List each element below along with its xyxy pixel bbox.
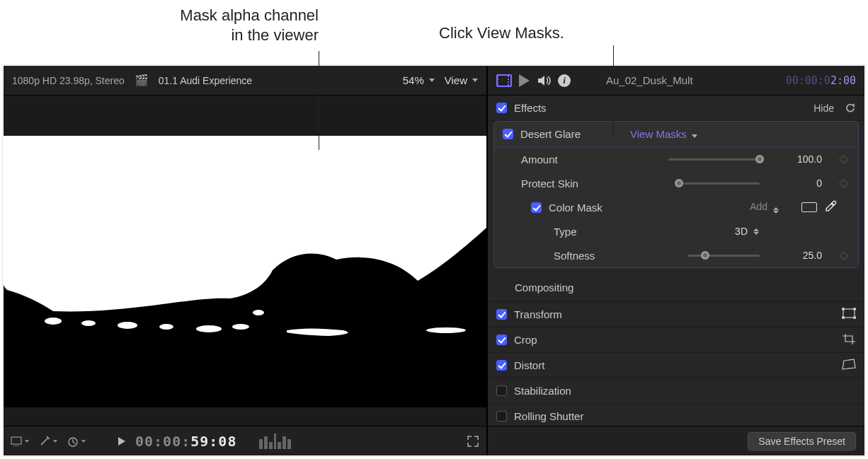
desert-glare-effect: Desert Glare View Masks Amount 100.0 Pro… <box>493 121 859 268</box>
view-dropdown[interactable]: View <box>445 74 478 86</box>
distort-label: Distort <box>514 359 544 371</box>
crop-onscreen-button[interactable] <box>842 333 856 347</box>
protect-skin-slider[interactable] <box>679 182 760 185</box>
transform-enable-checkbox[interactable] <box>496 309 507 320</box>
crop-row[interactable]: Crop <box>488 327 864 353</box>
rolling-shutter-row[interactable]: Rolling Shutter <box>488 404 864 426</box>
effects-header-row: Effects Hide <box>488 95 864 121</box>
type-popup[interactable]: 3D <box>716 226 759 237</box>
svg-rect-9 <box>11 437 21 444</box>
viewer-format-label: 1080p HD 23.98p, Stereo <box>12 75 125 86</box>
inspector-clip-timecode: 00:00:02:00 <box>786 74 856 87</box>
amount-slider[interactable] <box>668 158 760 161</box>
inspector-tabs: i Au_02_Dusk_Mult 00:00:02:00 <box>488 66 864 95</box>
color-inspector-tab[interactable] <box>519 74 530 87</box>
svg-point-5 <box>196 325 222 332</box>
color-mask-enable-checkbox[interactable] <box>531 202 542 213</box>
eyedropper-button[interactable] <box>824 200 837 215</box>
play-button[interactable] <box>118 437 125 446</box>
desert-glare-header: Desert Glare View Masks <box>494 122 858 147</box>
mask-shape-icon[interactable] <box>801 202 817 212</box>
distort-onscreen-button[interactable] <box>842 359 856 372</box>
zoom-dropdown[interactable]: 54% <box>403 74 435 86</box>
svg-point-8 <box>426 327 466 333</box>
annotation-left-line2: in the viewer <box>28 25 319 45</box>
color-mask-label: Color Mask <box>549 202 603 214</box>
svg-point-13 <box>843 308 845 310</box>
rolling-shutter-label: Rolling Shutter <box>514 410 583 422</box>
inspector-clip-name: Au_02_Dusk_Mult <box>606 74 693 86</box>
svg-point-3 <box>118 322 137 329</box>
save-effects-preset-button[interactable]: Save Effects Preset <box>748 432 856 451</box>
stabilization-enable-checkbox[interactable] <box>496 385 507 396</box>
type-label: Type <box>554 226 577 238</box>
inspector-footer: Save Effects Preset <box>488 426 864 455</box>
timecode-bright: 59:08 <box>190 433 236 450</box>
type-row: Type 3D <box>494 219 858 243</box>
svg-point-16 <box>854 317 856 319</box>
transform-tool-dropdown[interactable] <box>11 436 29 446</box>
compositing-label: Compositing <box>515 281 573 294</box>
view-masks-dropdown[interactable]: View Masks <box>630 128 697 140</box>
svg-point-1 <box>45 318 62 325</box>
effects-header-label: Effects <box>514 102 547 114</box>
timecode-dim: 00:00: <box>135 433 190 450</box>
stabilization-row[interactable]: Stabilization <box>488 378 864 404</box>
transform-onscreen-button[interactable] <box>842 308 856 321</box>
distort-row[interactable]: Distort <box>488 353 864 378</box>
retime-tool-dropdown[interactable] <box>67 436 86 447</box>
inspector-body[interactable]: Effects Hide Desert Glare View Masks <box>488 95 864 426</box>
softness-row: Softness 25.0 <box>494 243 858 267</box>
amount-value[interactable]: 100.0 <box>772 153 822 165</box>
protect-skin-value[interactable]: 0 <box>772 178 822 189</box>
distort-enable-checkbox[interactable] <box>496 360 507 371</box>
svg-point-14 <box>854 308 856 310</box>
softness-value[interactable]: 25.0 <box>772 250 822 261</box>
fullscreen-button[interactable] <box>467 435 479 448</box>
effects-hide-button[interactable]: Hide <box>813 103 834 114</box>
softness-label: Softness <box>554 250 595 262</box>
inspector-panel: i Au_02_Dusk_Mult 00:00:02:00 Effects Hi… <box>488 66 864 455</box>
info-inspector-tab[interactable]: i <box>558 74 571 87</box>
annotation-left-line1: Mask alpha channel <box>28 6 319 25</box>
viewer-toolbar: 1080p HD 23.98p, Stereo 🎬 01.1 Audi Expe… <box>4 66 486 95</box>
color-mask-add-button[interactable]: Add <box>750 201 779 214</box>
color-mask-row: Color Mask Add <box>494 195 858 219</box>
protect-skin-label: Protect Skin <box>521 178 578 190</box>
svg-point-15 <box>843 317 845 319</box>
svg-point-4 <box>159 324 173 330</box>
amount-keyframe-button[interactable] <box>839 155 848 164</box>
effects-reset-button[interactable] <box>845 103 856 113</box>
annotation-left: Mask alpha channel in the viewer <box>28 6 319 45</box>
annotation-right: Click View Masks. <box>439 24 564 42</box>
transform-label: Transform <box>514 308 562 320</box>
audio-inspector-tab[interactable] <box>537 74 551 87</box>
protect-skin-row: Protect Skin 0 <box>494 171 858 195</box>
compositing-row[interactable]: Compositing <box>488 274 864 302</box>
protect-skin-keyframe-button[interactable] <box>839 179 848 188</box>
viewer-canvas[interactable] <box>4 95 486 426</box>
transform-row[interactable]: Transform <box>488 302 864 327</box>
stabilization-label: Stabilization <box>514 385 571 397</box>
softness-slider[interactable] <box>687 255 760 257</box>
viewer-timecode[interactable]: 00:00:59:08 <box>135 433 236 450</box>
rolling-shutter-enable-checkbox[interactable] <box>496 411 507 422</box>
amount-row: Amount 100.0 <box>494 147 858 171</box>
viewer-panel: 1080p HD 23.98p, Stereo 🎬 01.1 Audi Expe… <box>4 66 488 455</box>
effects-enable-checkbox[interactable] <box>496 103 507 113</box>
crop-enable-checkbox[interactable] <box>496 335 507 345</box>
enhance-tool-dropdown[interactable] <box>39 436 57 447</box>
crop-label: Crop <box>514 334 537 346</box>
amount-label: Amount <box>521 153 558 165</box>
viewer-transport-bar: 00:00:59:08 <box>4 426 486 455</box>
alpha-mask-preview <box>4 136 486 407</box>
audio-meter <box>259 434 291 449</box>
viewer-clip-title: 01.1 Audi Experience <box>159 75 252 86</box>
annotation-callout-right <box>613 45 614 137</box>
video-inspector-tab[interactable] <box>496 74 512 87</box>
svg-point-2 <box>81 320 96 326</box>
desert-glare-enable-checkbox[interactable] <box>503 129 513 139</box>
svg-point-7 <box>253 310 264 315</box>
softness-keyframe-button[interactable] <box>839 251 848 260</box>
svg-rect-12 <box>843 309 855 318</box>
